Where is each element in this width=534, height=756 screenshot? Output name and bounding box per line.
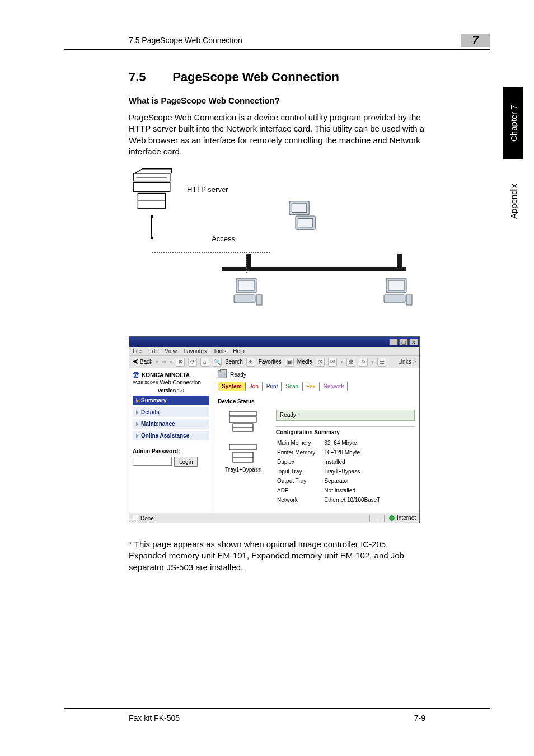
search-label[interactable]: Search — [225, 359, 243, 365]
mail-icon[interactable]: ✉ — [328, 358, 337, 367]
section-heading: 7.5 PageScope Web Connection — [129, 70, 425, 84]
nav-summary[interactable]: Summary — [133, 396, 209, 405]
titlebar: _ ▢ ✕ — [129, 337, 419, 347]
tab-system[interactable]: System — [218, 382, 246, 391]
status-bar: Done Internet — [129, 513, 419, 523]
svg-rect-15 — [384, 295, 405, 303]
tab-fax[interactable]: Fax — [302, 382, 320, 391]
admin-password-label: Admin Password: — [133, 448, 209, 454]
home-icon[interactable]: ⌂ — [200, 358, 209, 367]
svg-rect-10 — [238, 280, 254, 290]
minimize-icon[interactable]: _ — [389, 339, 398, 345]
config-summary-table: Main Memory32+64 Mbyte Printer Memory16+… — [276, 438, 381, 505]
brand-logo: KMKONICA MINOLTA — [133, 372, 209, 378]
section-number: 7.5 — [129, 70, 169, 84]
menu-help[interactable]: Help — [233, 348, 245, 354]
menu-view[interactable]: View — [165, 348, 177, 354]
footer-left: Fax kit FK-505 — [129, 713, 180, 722]
tab-strip: System Job Print Scan Fax Network — [218, 382, 415, 391]
runhead-title: 7.5 PageScope Web Connection — [64, 36, 242, 45]
workstation-icon-1 — [232, 276, 264, 308]
menu-bar: File Edit View Favorites Tools Help — [129, 347, 419, 356]
ready-field — [276, 410, 415, 421]
favorites-icon[interactable]: ★ — [246, 358, 255, 367]
svg-rect-17 — [229, 411, 256, 416]
media-label[interactable]: Media — [297, 359, 312, 365]
left-panel: KMKONICA MINOLTA PAGE SCOPE Web Connecti… — [129, 368, 213, 513]
svg-rect-16 — [406, 295, 412, 305]
refresh-icon[interactable]: ⟳ — [188, 358, 197, 367]
svg-rect-18 — [229, 417, 256, 422]
page-footer: Fax kit FK-505 7-9 — [64, 708, 490, 722]
back-button[interactable]: ⮜ Back — [133, 359, 152, 365]
svg-rect-1 — [133, 182, 170, 191]
history-icon[interactable]: ◷ — [316, 358, 325, 367]
edit-icon[interactable]: ✎ — [359, 358, 368, 367]
browser-window: _ ▢ ✕ File Edit View Favorites Tools Hel… — [129, 336, 420, 523]
config-summary-title: Configuration Summary — [276, 429, 415, 435]
footer-right: 7-9 — [414, 713, 425, 722]
copier-icon — [129, 167, 175, 213]
pc-cluster-icon — [283, 198, 320, 234]
status-zone: Internet — [397, 515, 416, 521]
login-button[interactable]: Login — [174, 457, 198, 467]
links-label[interactable]: Links » — [398, 359, 416, 365]
svg-rect-8 — [298, 218, 312, 227]
tab-scan[interactable]: Scan — [282, 382, 302, 391]
svg-rect-11 — [234, 295, 255, 303]
section-title: PageScope Web Connection — [172, 70, 339, 84]
maximize-icon[interactable]: ▢ — [399, 339, 408, 345]
tab-job[interactable]: Job — [246, 382, 263, 391]
chapter-tab: Chapter 7 — [503, 87, 523, 159]
subbrand: PAGE SCOPE Web Connection — [133, 379, 209, 386]
menu-edit[interactable]: Edit — [148, 348, 158, 354]
svg-rect-6 — [292, 204, 306, 212]
menu-file[interactable]: File — [133, 348, 142, 354]
close-icon[interactable]: ✕ — [409, 339, 418, 345]
http-server-label: HTTP server — [187, 185, 228, 194]
running-header: 7.5 PageScope Web Connection 7 — [64, 34, 490, 50]
lan-stub-2 — [397, 254, 402, 267]
version-label: Version 1.0 — [133, 388, 209, 393]
media-icon[interactable]: ▣ — [285, 358, 294, 367]
access-label: Access — [212, 234, 235, 243]
svg-rect-12 — [256, 295, 262, 305]
forward-button[interactable]: ➔ — [162, 359, 166, 365]
vertical-connector — [151, 215, 152, 239]
svg-rect-21 — [229, 444, 256, 450]
stop-icon[interactable]: ✖ — [176, 358, 185, 367]
appendix-tab: Appendix — [503, 165, 523, 238]
lan-bus — [222, 267, 406, 271]
tab-print[interactable]: Print — [263, 382, 282, 391]
dotted-drop — [246, 254, 247, 273]
subheading: What is PageScope Web Connection? — [129, 96, 425, 105]
printer-status-icon — [218, 370, 227, 378]
right-panel: Ready System Job Print Scan Fax Network … — [213, 368, 419, 513]
status-done: Done — [140, 515, 154, 522]
nav-details[interactable]: Details — [133, 407, 209, 417]
network-diagram: HTTP server Access — [129, 167, 420, 324]
printer-status-text: Ready — [230, 372, 246, 378]
tab-network[interactable]: Network — [320, 382, 348, 391]
toolbar: ⮜ Back ▾ ➔ ▾ ✖ ⟳ ⌂ 🔍Search ★Favorites ▣M… — [129, 356, 419, 368]
runhead-pagesec: 7 — [461, 34, 490, 47]
dotted-connector — [152, 252, 270, 253]
svg-rect-14 — [388, 280, 404, 290]
workstation-icon-2 — [382, 276, 414, 308]
print-icon[interactable]: 🖶 — [346, 358, 355, 367]
device-status-heading: Device Status — [218, 398, 415, 405]
internet-zone-icon — [389, 515, 395, 521]
discuss-icon[interactable]: ☰ — [377, 358, 386, 367]
admin-password-input[interactable] — [133, 457, 172, 466]
tray-caption: Tray1+Bypass — [225, 467, 261, 473]
menu-tools[interactable]: Tools — [213, 348, 226, 354]
intro-paragraph: PageScope Web Connection is a device con… — [129, 112, 425, 157]
footnote: * This page appears as shown when option… — [129, 539, 425, 573]
favorites-label[interactable]: Favorites — [259, 359, 282, 365]
menu-favorites[interactable]: Favorites — [184, 348, 207, 354]
device-image — [218, 409, 268, 443]
nav-online-assistance[interactable]: Online Assistance — [133, 431, 209, 440]
nav-maintenance[interactable]: Maintenance — [133, 419, 209, 429]
search-icon[interactable]: 🔍 — [213, 358, 222, 367]
